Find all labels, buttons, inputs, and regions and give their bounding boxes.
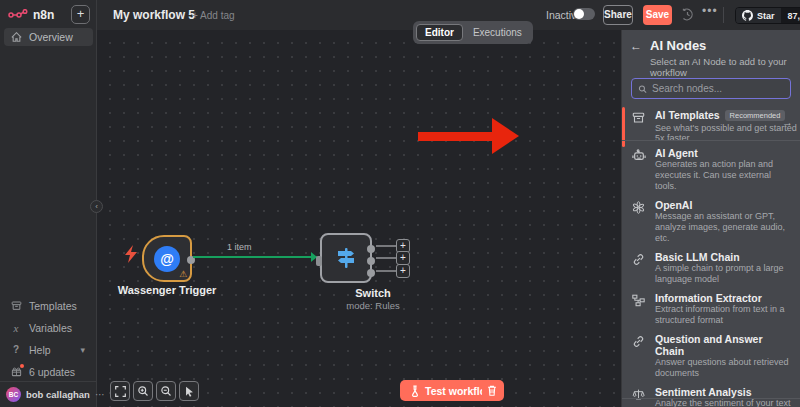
sidebar-item-label: Variables [29,322,72,334]
zoom-in-button[interactable] [133,381,153,401]
item-title: Information Extractor [655,292,793,304]
arrow-right-icon: → [782,116,793,128]
node-item-basic-llm-chain[interactable]: Basic LLM Chain A simple chain to prompt… [622,247,800,288]
home-icon [10,32,22,42]
notification-dot [20,364,24,368]
sidebar-item-label: Help [29,344,51,356]
ai-nodes-panel: ← AI Nodes Select an AI Node to add to y… [621,30,800,407]
header-divider [723,7,724,23]
history-icon[interactable] [681,8,694,21]
tab-executions[interactable]: Executions [465,25,530,40]
node-switch[interactable] [320,233,372,283]
connection-line[interactable] [193,256,317,258]
add-node-button[interactable]: + [396,264,410,278]
active-toggle[interactable] [573,8,595,20]
new-workflow-button[interactable]: + [71,5,90,24]
node-item-ai-agent[interactable]: AI Agent Generates an action plan and ex… [622,143,800,195]
node-search[interactable] [631,78,791,99]
github-star-button[interactable]: Star 87,557 [735,7,800,24]
trigger-bolt-icon [124,245,138,263]
zoom-out-button[interactable] [156,381,176,401]
connector-stub [376,257,398,259]
chevron-down-icon: ▾ [80,345,85,355]
sidebar-item-label: 6 updates [29,366,75,378]
add-tag-button[interactable]: + Add tag [192,10,235,21]
switch-signpost-icon [334,246,358,270]
question-icon: ? [10,344,22,355]
node-wassenger-trigger[interactable]: @ ⚠ [142,235,192,282]
node-label: Wassenger Trigger [97,284,237,296]
n8n-app: n8n + Overview Templates x Variables ? H… [0,0,800,407]
user-options-icon[interactable]: ⋯ [95,389,105,400]
sidebar: n8n + Overview Templates x Variables ? H… [0,0,97,407]
chain-icon [632,335,645,348]
node-sublabel: mode: Rules [323,300,423,311]
robot-icon [632,149,646,162]
workflow-title[interactable]: My workflow 5 [113,8,195,22]
templates-icon [632,112,645,124]
add-node-button[interactable]: + [396,251,410,265]
share-button[interactable]: Share [603,5,633,25]
avatar: BC [6,387,21,402]
node-item-question-answer-chain[interactable]: Question and Answer Chain Answer questio… [622,329,800,382]
search-input[interactable] [652,83,784,94]
panel-subtitle: Select an AI Node to add to your workflo… [650,56,795,79]
divider [622,140,800,141]
more-options-icon[interactable]: ••• [702,4,718,18]
flask-icon [410,385,420,397]
user-menu[interactable]: BC bob callaghan ⋯ [0,381,97,407]
github-star-label: Star [757,11,775,21]
scales-icon [632,388,645,401]
sidebar-item-overview[interactable]: Overview [4,28,93,46]
node-item-information-extractor[interactable]: Information Extractor Extract informatio… [622,288,800,329]
warning-icon: ⚠ [179,269,187,279]
item-title: AI Agent [655,147,793,159]
node-item-sentiment-analysis[interactable]: Sentiment Analysis Analyze the sentiment… [622,382,800,407]
connector-stub [376,270,398,272]
gift-icon [10,366,22,377]
search-icon [638,84,647,94]
sidebar-item-variables[interactable]: x Variables [4,318,93,337]
user-name: bob callaghan [26,389,90,400]
output-connector[interactable] [367,257,375,265]
n8n-logo-icon [8,9,28,21]
fit-view-button[interactable] [110,381,130,401]
variables-x-icon: x [10,322,22,334]
sidebar-item-help[interactable]: ? Help ▾ [4,340,93,359]
sidebar-collapse-button[interactable]: ‹ [90,200,103,213]
panel-title: AI Nodes [650,38,706,53]
ai-templates-item[interactable]: AI Templates Recommended See what's poss… [622,106,800,140]
item-description: A simple chain to prompt a large languag… [655,263,793,285]
item-title: Sentiment Analysis [655,386,793,398]
cursor-tool-button[interactable] [179,381,199,401]
item-description: Message an assistant or GPT, analyze ima… [655,211,793,244]
input-connector [316,256,322,266]
sidebar-item-updates[interactable]: 6 updates [4,362,93,381]
output-connector[interactable] [367,245,375,253]
workflow-canvas[interactable]: @ ⚠ Wassenger Trigger 1 item Switch mode… [97,30,621,407]
connector-stub [376,245,398,247]
item-title: AI Templates [655,109,720,121]
templates-box-icon [10,301,22,311]
item-description: Extract information from text in a struc… [655,304,793,326]
sidebar-item-label: Templates [29,300,77,312]
github-star-count: 87,557 [781,8,800,23]
back-arrow-icon[interactable]: ← [630,39,642,53]
delete-workflow-button[interactable] [482,380,502,401]
sidebar-item-templates[interactable]: Templates [4,296,93,315]
item-title: Basic LLM Chain [655,251,793,263]
recommended-badge: Recommended [725,110,786,121]
tab-editor[interactable]: Editor [416,24,463,41]
node-item-openai[interactable]: OpenAI Message an assistant or GPT, anal… [622,195,800,247]
item-description: Answer questions about retrieved documen… [655,357,793,379]
connection-label: 1 item [227,242,252,252]
save-button[interactable]: Save [643,5,672,25]
annotation-arrow [418,132,494,141]
item-title: OpenAI [655,199,793,211]
wassenger-icon: @ [154,246,180,272]
divider [622,398,800,399]
item-description: Generates an action plan and executes it… [655,159,793,192]
github-icon [742,10,753,21]
output-connector[interactable] [367,269,375,277]
chain-icon [632,253,645,266]
